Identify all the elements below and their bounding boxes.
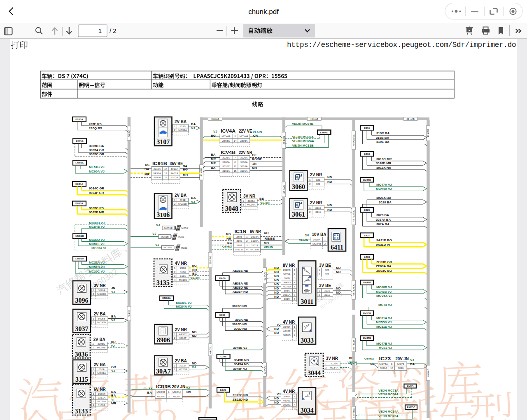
- svg-text:319B: 319B: [180, 125, 185, 128]
- svg-text:52 PLAF: 52 PLAF: [264, 365, 266, 374]
- svg-text:3036: 3036: [75, 351, 88, 358]
- svg-text:ND: ND: [274, 266, 279, 270]
- svg-text:E934A: E934A: [75, 182, 83, 185]
- svg-text:3: 3: [234, 135, 236, 138]
- svg-text:3018A: 3018A: [240, 165, 248, 168]
- svg-text:VI: VI: [111, 398, 114, 401]
- svg-text:AE36D: AE36D: [283, 285, 291, 288]
- svg-text:VE/JN MC30A: VE/JN MC30A: [292, 135, 314, 139]
- svg-text:1: 1: [174, 364, 176, 367]
- svg-text:ME51B VJ: ME51B VJ: [89, 165, 105, 169]
- svg-text:9035C RS: 9035C RS: [89, 206, 104, 210]
- svg-text:20V JN: 20V JN: [395, 356, 408, 361]
- svg-text:VJ: VJ: [111, 290, 115, 294]
- svg-text:2V NR: 2V NR: [310, 172, 322, 177]
- svg-text:ND: ND: [327, 203, 332, 207]
- svg-text:3101A: 3101A: [251, 244, 259, 247]
- svg-text:3027A BA: 3027A BA: [376, 218, 391, 222]
- svg-text:ZE03C BG: ZE03C BG: [376, 269, 392, 273]
- svg-text:3012T: 3012T: [179, 336, 187, 339]
- svg-text:VEJN MC73A: VEJN MC73A: [378, 389, 399, 392]
- svg-text:50 P/B: 50 P/B: [128, 310, 131, 317]
- svg-text:8: 8: [294, 297, 296, 300]
- svg-text:22V VE: 22V VE: [239, 128, 252, 133]
- svg-text:Z603A: Z603A: [98, 392, 106, 395]
- svg-text:BA: BA: [211, 153, 216, 156]
- svg-text:3045F: 3045F: [283, 325, 291, 328]
- svg-text:3V NR: 3V NR: [94, 283, 106, 288]
- svg-text:VJ: VJ: [111, 344, 115, 348]
- svg-text:Z603C: Z603C: [222, 139, 230, 142]
- svg-text:OR: OR: [111, 340, 116, 344]
- svg-text:3100: 3100: [180, 271, 186, 273]
- svg-text:3101: 3101: [180, 274, 186, 277]
- svg-text:MC30B VJ: MC30B VJ: [89, 221, 105, 225]
- svg-text:1: 1: [174, 333, 176, 336]
- svg-text:EM46B: EM46B: [363, 281, 371, 284]
- svg-text:EM55: EM55: [407, 385, 414, 387]
- svg-text:ME51B: ME51B: [161, 236, 169, 238]
- svg-text:EZ22: EZ22: [220, 388, 226, 391]
- svg-text:VJ: VJ: [155, 243, 159, 247]
- svg-text:50 P/B: 50 P/B: [128, 130, 131, 137]
- svg-text:MR: MR: [211, 157, 216, 161]
- svg-text:3101A: 3101A: [240, 169, 248, 172]
- svg-text:3135: 3135: [156, 279, 170, 286]
- svg-text:VJ: VJ: [149, 386, 153, 390]
- svg-text:MC31A VJ: MC31A VJ: [89, 261, 105, 264]
- svg-text:300A ND: 300A ND: [235, 318, 248, 322]
- svg-text:3026: 3026: [398, 366, 403, 369]
- svg-text:3026A: 3026A: [380, 366, 388, 369]
- svg-text:321: 321: [325, 273, 329, 275]
- svg-text:3044: 3044: [308, 369, 321, 376]
- svg-text:3005C: 3005C: [98, 342, 105, 345]
- svg-text:ND: ND: [274, 287, 279, 290]
- svg-text:3: 3: [168, 395, 170, 398]
- svg-text:EM84A: EM84A: [162, 296, 171, 299]
- svg-text:6: 6: [294, 289, 296, 292]
- svg-text:1: 1: [309, 206, 311, 209]
- svg-text:4: 4: [294, 334, 296, 336]
- svg-text:3034: 3034: [301, 407, 314, 414]
- svg-text:2V BA: 2V BA: [94, 362, 106, 367]
- svg-text:ND: ND: [192, 362, 197, 365]
- svg-text:VE/JN: VE/JN: [299, 238, 308, 242]
- svg-text:MC51D VJ: MC51D VJ: [89, 265, 105, 269]
- svg-text:3100A: 3100A: [251, 239, 259, 242]
- svg-text:319B BA: 319B BA: [376, 136, 389, 140]
- svg-text:VE/JN: VE/JN: [347, 361, 357, 364]
- svg-text:300D ND: 300D ND: [234, 327, 247, 331]
- svg-text:JN: JN: [305, 233, 309, 237]
- svg-text:MC30D VJ: MC30D VJ: [89, 238, 105, 242]
- svg-text:MC47B VJ: MC47B VJ: [376, 342, 392, 345]
- svg-text:9A31D VI: 9A31D VI: [376, 243, 390, 247]
- svg-text:EM55C: EM55C: [407, 406, 415, 408]
- svg-text:E935A: E935A: [75, 202, 83, 205]
- svg-text:VJ: VJ: [277, 392, 281, 396]
- svg-text:MC00A VJ: MC00A VJ: [89, 170, 105, 173]
- svg-text:3005B BA: 3005B BA: [89, 144, 104, 148]
- svg-text:1: 1: [309, 178, 311, 181]
- svg-text:3019A: 3019A: [171, 167, 179, 170]
- svg-text:BA: BA: [111, 394, 116, 397]
- svg-text:48 PLAF/C: 48 PLAF/C: [352, 284, 355, 296]
- svg-text:3020D: 3020D: [283, 334, 291, 336]
- svg-text:3210: 3210: [324, 289, 330, 292]
- svg-text:MC84A: MC84A: [173, 390, 182, 393]
- svg-text:MCV4A: MCV4A: [222, 135, 231, 138]
- svg-text:1: 1: [324, 238, 326, 241]
- svg-text:4: 4: [174, 278, 176, 281]
- svg-text:320: 320: [325, 268, 329, 271]
- svg-text:NR: NR: [192, 268, 197, 272]
- svg-text:3033: 3033: [301, 337, 314, 344]
- svg-text:9A31A: 9A31A: [153, 172, 161, 175]
- svg-text:MC30C: MC30C: [97, 292, 106, 295]
- svg-text:BC: BC: [227, 241, 232, 245]
- svg-text:2: 2: [174, 336, 176, 339]
- svg-text:MC31D: MC31D: [178, 202, 187, 205]
- svg-text:ND: ND: [327, 180, 332, 184]
- svg-text:3045A ND: 3045A ND: [234, 362, 249, 366]
- svg-text:Z603A: Z603A: [240, 139, 248, 142]
- svg-text:3045D ND: 3045D ND: [234, 358, 249, 362]
- svg-text:OR: OR: [264, 231, 269, 235]
